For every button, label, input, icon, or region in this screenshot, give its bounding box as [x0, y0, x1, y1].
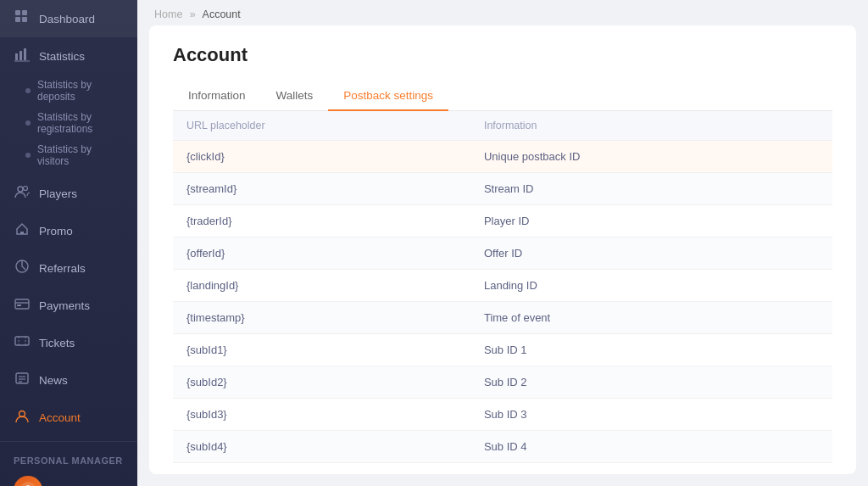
placeholder-cell: {streamId} [173, 173, 470, 205]
sidebar-item-players[interactable]: Players [0, 175, 137, 212]
news-icon [14, 371, 31, 389]
tabs-container: Information Wallets Postback settings [173, 81, 832, 111]
table-row: {subId1}Sub ID 1 [173, 334, 832, 366]
table-row: {subId3}Sub ID 3 [173, 399, 832, 431]
dashboard-icon [14, 9, 31, 28]
sidebar-item-statistics[interactable]: Statistics [0, 37, 137, 75]
tab-wallets[interactable]: Wallets [261, 81, 329, 111]
svg-point-8 [18, 187, 23, 192]
sidebar-statistics-label: Statistics [39, 50, 85, 63]
account-icon [14, 408, 31, 427]
svg-rect-2 [15, 17, 20, 22]
svg-rect-15 [15, 337, 29, 345]
sidebar-payments-label: Payments [39, 299, 90, 312]
visitors-label: Statistics by visitors [37, 143, 124, 167]
breadcrumb-home: Home [154, 8, 182, 20]
statistics-icon [14, 47, 31, 65]
table-row: {subId5}Sub ID 5 [173, 463, 832, 475]
placeholder-cell: {clickId} [173, 141, 470, 173]
payments-icon [14, 296, 31, 315]
table-row: {streamId}Stream ID [173, 173, 832, 205]
promo-icon [14, 221, 31, 240]
table-row: {landingId}Landing ID [173, 270, 832, 302]
manager-logo: Old.Partners [0, 469, 137, 486]
placeholder-cell: {subId1} [173, 334, 470, 366]
table-row: {timestamp}Time of event [173, 302, 832, 334]
svg-rect-14 [17, 304, 21, 306]
referrals-icon [14, 259, 31, 277]
table-row: {subId4}Sub ID 4 [173, 431, 832, 463]
info-cell: Sub ID 5 [470, 463, 832, 475]
table-row: {traderId}Player ID [173, 205, 832, 237]
svg-rect-1 [22, 10, 27, 15]
tab-postback[interactable]: Postback settings [328, 81, 448, 111]
deposits-label: Statistics by deposits [37, 79, 124, 103]
breadcrumb: Home » Account [137, 0, 868, 25]
breadcrumb-current: Account [203, 8, 241, 20]
info-cell: Landing ID [470, 270, 832, 302]
col-placeholder-header: URL placeholder [173, 111, 470, 141]
content-panel: Account Information Wallets Postback set… [149, 25, 856, 474]
info-cell: Sub ID 2 [470, 366, 832, 399]
info-cell: Stream ID [470, 173, 832, 205]
info-cell: Player ID [470, 205, 832, 237]
svg-rect-6 [24, 48, 26, 60]
sidebar-dashboard-label: Dashboard [39, 13, 95, 25]
sidebar-sub-registrations[interactable]: Statistics by registrations [0, 107, 137, 139]
svg-point-9 [24, 187, 28, 191]
sidebar-item-payments[interactable]: Payments [0, 287, 137, 324]
info-cell: Sub ID 4 [470, 431, 832, 463]
postback-table: URL placeholder Information {clickId}Uni… [173, 111, 832, 474]
sidebar-item-news[interactable]: News [0, 361, 137, 399]
page-title: Account [173, 44, 832, 66]
placeholder-cell: {timestamp} [173, 302, 470, 334]
table-row: {subId2}Sub ID 2 [173, 366, 832, 399]
placeholder-cell: {traderId} [173, 205, 470, 237]
statistics-submenu: Statistics by deposits Statistics by reg… [0, 75, 137, 175]
sidebar-item-account[interactable]: Account [0, 399, 137, 436]
col-info-header: Information [470, 111, 832, 141]
sidebar-news-label: News [39, 374, 68, 387]
table-row: {clickId}Unique postback ID [173, 141, 832, 173]
svg-rect-12 [15, 299, 29, 309]
sidebar-promo-label: Promo [39, 225, 73, 237]
sidebar-account-label: Account [39, 411, 81, 424]
svg-rect-10 [20, 232, 24, 234]
placeholder-cell: {subId5} [173, 463, 470, 475]
sidebar-tickets-label: Tickets [39, 337, 75, 349]
manager-avatar [14, 476, 42, 486]
placeholder-cell: {landingId} [173, 270, 470, 302]
main-content: Home » Account Account Information Walle… [137, 0, 868, 486]
sidebar: Dashboard Statistics Statistics by depos… [0, 0, 137, 486]
registrations-label: Statistics by registrations [37, 111, 124, 135]
info-cell: Unique postback ID [470, 141, 832, 173]
svg-rect-0 [15, 10, 20, 15]
sidebar-players-label: Players [39, 187, 77, 200]
sidebar-item-dashboard[interactable]: Dashboard [0, 0, 137, 37]
placeholder-cell: {subId3} [173, 399, 470, 431]
svg-rect-5 [19, 51, 22, 60]
info-cell: Sub ID 3 [470, 399, 832, 431]
breadcrumb-separator: » [190, 8, 196, 20]
sidebar-item-tickets[interactable]: Tickets [0, 324, 137, 361]
placeholder-cell: {offerId} [173, 237, 470, 270]
sidebar-item-promo[interactable]: Promo [0, 212, 137, 249]
personal-manager-section: Personal manager [0, 447, 137, 469]
info-cell: Sub ID 1 [470, 334, 832, 366]
sidebar-item-referrals[interactable]: Referrals [0, 249, 137, 287]
placeholder-cell: {subId4} [173, 431, 470, 463]
svg-rect-4 [15, 53, 18, 60]
table-row: {offerId}Offer ID [173, 237, 832, 270]
sidebar-sub-deposits[interactable]: Statistics by deposits [0, 75, 137, 107]
players-icon [14, 184, 31, 203]
info-cell: Offer ID [470, 237, 832, 270]
sidebar-referrals-label: Referrals [39, 262, 86, 275]
svg-rect-3 [22, 17, 27, 22]
info-cell: Time of event [470, 302, 832, 334]
placeholder-cell: {subId2} [173, 366, 470, 399]
tab-information[interactable]: Information [173, 81, 261, 111]
tickets-icon [14, 333, 31, 352]
sidebar-divider [0, 441, 137, 442]
sidebar-sub-visitors[interactable]: Statistics by visitors [0, 139, 137, 171]
